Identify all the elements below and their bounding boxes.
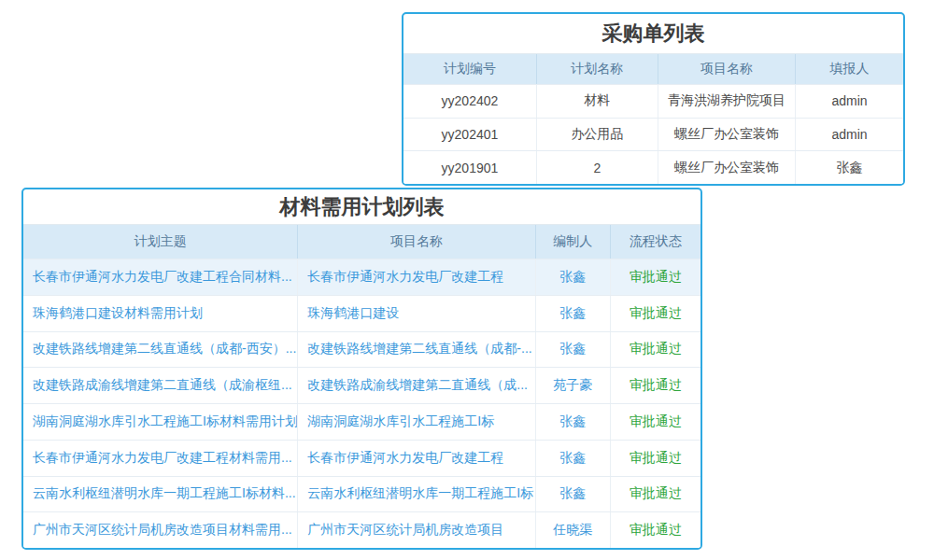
cell-project-link[interactable]: 云南水利枢纽潜明水库一期工程施工I标 xyxy=(298,477,535,512)
cell-plan-subject-link[interactable]: 广州市天河区统计局机房改造项目材料需用... xyxy=(23,512,298,548)
cell-author: 张鑫 xyxy=(536,477,611,512)
cell-author: 张鑫 xyxy=(536,259,611,295)
cell-project: 螺丝厂办公室装饰 xyxy=(658,119,796,151)
cell-reporter: admin xyxy=(796,85,903,118)
table-row[interactable]: yy202401 办公用品 螺丝厂办公室装饰 admin xyxy=(403,118,903,151)
cell-author: 苑子豪 xyxy=(536,368,611,403)
cell-project-link[interactable]: 珠海鹤港口建设 xyxy=(298,296,535,331)
column-header-status: 流程状态 xyxy=(611,225,700,259)
column-header-project: 项目名称 xyxy=(658,54,796,84)
cell-author: 张鑫 xyxy=(536,332,611,368)
cell-plan-subject-link[interactable]: 珠海鹤港口建设材料需用计划 xyxy=(23,296,298,331)
column-header-project: 项目名称 xyxy=(298,225,535,259)
cell-plan-no: yy202402 xyxy=(403,85,537,118)
cell-project: 螺丝厂办公室装饰 xyxy=(658,151,796,184)
material-table-header: 计划主题 项目名称 编制人 流程状态 xyxy=(23,225,700,259)
purchase-panel-title: 采购单列表 xyxy=(403,14,903,54)
table-row[interactable]: 云南水利枢纽潜明水库一期工程施工I标材料... 云南水利枢纽潜明水库一期工程施工… xyxy=(23,476,700,512)
cell-reporter: 张鑫 xyxy=(796,151,903,184)
status-badge: 审批通过 xyxy=(611,368,700,403)
status-badge: 审批通过 xyxy=(611,441,700,476)
cell-project-link[interactable]: 广州市天河区统计局机房改造项目 xyxy=(298,512,535,548)
cell-plan-subject-link[interactable]: 云南水利枢纽潜明水库一期工程施工I标材料... xyxy=(23,477,298,512)
table-row[interactable]: 改建铁路成渝线增建第二直通线（成渝枢纽... 改建铁路成渝线增建第二直通线（成.… xyxy=(23,367,700,403)
cell-project-link[interactable]: 长春市伊通河水力发电厂改建工程 xyxy=(298,259,535,295)
cell-plan-subject-link[interactable]: 长春市伊通河水力发电厂改建工程合同材料... xyxy=(23,259,298,295)
cell-author: 任晓渠 xyxy=(536,512,611,548)
cell-project-link[interactable]: 湖南洞庭湖水库引水工程施工I标 xyxy=(298,404,535,440)
column-header-plan-name: 计划名称 xyxy=(537,54,658,84)
cell-plan-subject-link[interactable]: 改建铁路线增建第二线直通线（成都-西安）... xyxy=(23,332,298,368)
cell-plan-subject-link[interactable]: 湖南洞庭湖水库引水工程施工I标材料需用计划 xyxy=(23,404,298,440)
status-badge: 审批通过 xyxy=(611,512,700,548)
table-row[interactable]: 广州市天河区统计局机房改造项目材料需用... 广州市天河区统计局机房改造项目 任… xyxy=(23,511,700,548)
material-panel-title: 材料需用计划列表 xyxy=(23,189,700,225)
column-header-author: 编制人 xyxy=(536,225,611,259)
cell-project-link[interactable]: 长春市伊通河水力发电厂改建工程 xyxy=(298,441,535,476)
table-row[interactable]: yy201901 2 螺丝厂办公室装饰 张鑫 xyxy=(403,150,903,184)
cell-reporter: admin xyxy=(796,119,903,151)
table-row[interactable]: 长春市伊通河水力发电厂改建工程材料需用... 长春市伊通河水力发电厂改建工程 张… xyxy=(23,440,700,476)
cell-plan-name: 2 xyxy=(537,151,658,184)
column-header-reporter: 填报人 xyxy=(796,54,903,84)
purchase-table-body: yy202402 材料 青海洪湖养护院项目 admin yy202401 办公用… xyxy=(403,84,903,184)
cell-project: 青海洪湖养护院项目 xyxy=(658,85,796,118)
cell-plan-no: yy202401 xyxy=(403,119,537,151)
status-badge: 审批通过 xyxy=(611,332,700,368)
cell-project-link[interactable]: 改建铁路线增建第二线直通线（成都-... xyxy=(298,332,535,368)
table-row[interactable]: 湖南洞庭湖水库引水工程施工I标材料需用计划 湖南洞庭湖水库引水工程施工I标 张鑫… xyxy=(23,403,700,440)
cell-author: 张鑫 xyxy=(536,296,611,331)
status-badge: 审批通过 xyxy=(611,404,700,440)
table-row[interactable]: 长春市伊通河水力发电厂改建工程合同材料... 长春市伊通河水力发电厂改建工程 张… xyxy=(23,259,700,295)
purchase-list-panel: 采购单列表 计划编号 计划名称 项目名称 填报人 yy202402 材料 青海洪… xyxy=(402,12,905,186)
cell-author: 张鑫 xyxy=(536,404,611,440)
status-badge: 审批通过 xyxy=(611,259,700,295)
column-header-plan-subject: 计划主题 xyxy=(23,225,298,259)
table-row[interactable]: 珠海鹤港口建设材料需用计划 珠海鹤港口建设 张鑫 审批通过 xyxy=(23,295,700,331)
column-header-plan-no: 计划编号 xyxy=(403,54,537,84)
table-row[interactable]: 改建铁路线增建第二线直通线（成都-西安）... 改建铁路线增建第二线直通线（成都… xyxy=(23,331,700,368)
cell-plan-no: yy201901 xyxy=(403,151,537,184)
cell-project-link[interactable]: 改建铁路成渝线增建第二直通线（成... xyxy=(298,368,535,403)
cell-plan-subject-link[interactable]: 长春市伊通河水力发电厂改建工程材料需用... xyxy=(23,441,298,476)
material-table-body: 长春市伊通河水力发电厂改建工程合同材料... 长春市伊通河水力发电厂改建工程 张… xyxy=(23,259,700,548)
status-badge: 审批通过 xyxy=(611,296,700,331)
cell-plan-name: 材料 xyxy=(537,85,658,118)
table-row[interactable]: yy202402 材料 青海洪湖养护院项目 admin xyxy=(403,84,903,118)
cell-author: 张鑫 xyxy=(536,441,611,476)
cell-plan-name: 办公用品 xyxy=(537,119,658,151)
purchase-table-header: 计划编号 计划名称 项目名称 填报人 xyxy=(403,54,903,84)
cell-plan-subject-link[interactable]: 改建铁路成渝线增建第二直通线（成渝枢纽... xyxy=(23,368,298,403)
status-badge: 审批通过 xyxy=(611,477,700,512)
material-plan-list-panel: 材料需用计划列表 计划主题 项目名称 编制人 流程状态 长春市伊通河水力发电厂改… xyxy=(21,188,702,550)
